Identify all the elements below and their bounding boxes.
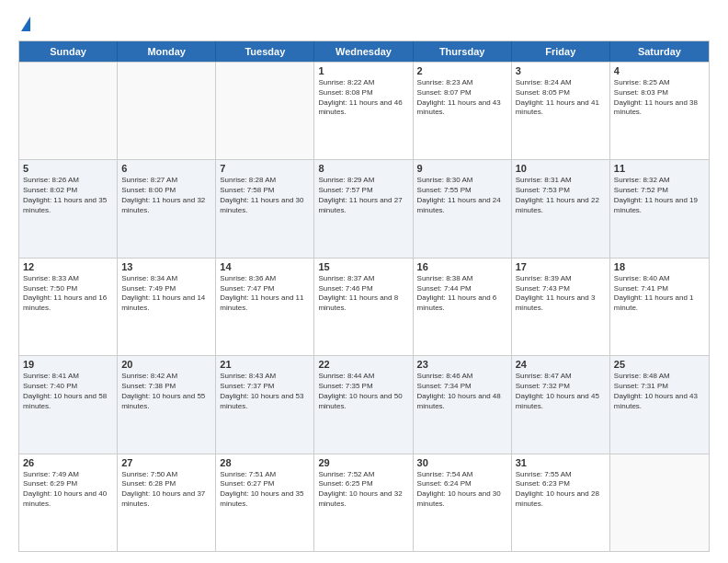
cell-date: 31 xyxy=(516,457,606,468)
cell-info: Sunrise: 8:40 AM Sunset: 7:41 PM Dayligh… xyxy=(614,274,705,314)
cell-info: Sunrise: 8:24 AM Sunset: 8:05 PM Dayligh… xyxy=(516,78,606,118)
calendar-cell: 3Sunrise: 8:24 AM Sunset: 8:05 PM Daylig… xyxy=(512,63,610,159)
cell-info: Sunrise: 8:33 AM Sunset: 7:50 PM Dayligh… xyxy=(23,274,113,314)
cell-info: Sunrise: 8:29 AM Sunset: 7:57 PM Dayligh… xyxy=(318,176,408,215)
calendar-cell: 24Sunrise: 8:47 AM Sunset: 7:32 PM Dayli… xyxy=(512,356,610,453)
calendar-cell: 20Sunrise: 8:42 AM Sunset: 7:38 PM Dayli… xyxy=(118,356,216,453)
cell-info: Sunrise: 8:44 AM Sunset: 7:35 PM Dayligh… xyxy=(318,372,408,411)
cell-date: 19 xyxy=(23,359,113,370)
calendar-cell xyxy=(216,63,314,159)
calendar-cell: 9Sunrise: 8:30 AM Sunset: 7:55 PM Daylig… xyxy=(414,160,512,257)
calendar-cell xyxy=(19,63,118,159)
calendar: SundayMondayTuesdayWednesdayThursdayFrid… xyxy=(18,40,710,552)
header-day-monday: Monday xyxy=(118,41,216,62)
calendar-cell: 1Sunrise: 8:22 AM Sunset: 8:08 PM Daylig… xyxy=(314,63,413,159)
cell-info: Sunrise: 8:31 AM Sunset: 7:53 PM Dayligh… xyxy=(516,176,606,215)
page: SundayMondayTuesdayWednesdayThursdayFrid… xyxy=(0,0,728,563)
calendar-cell: 27Sunrise: 7:50 AM Sunset: 6:28 PM Dayli… xyxy=(118,454,216,551)
cell-info: Sunrise: 7:50 AM Sunset: 6:28 PM Dayligh… xyxy=(121,470,211,510)
calendar-cell: 30Sunrise: 7:54 AM Sunset: 6:24 PM Dayli… xyxy=(414,454,512,551)
calendar-cell: 23Sunrise: 8:46 AM Sunset: 7:34 PM Dayli… xyxy=(414,356,512,453)
cell-date: 20 xyxy=(121,359,211,370)
cell-date: 30 xyxy=(417,457,507,468)
cell-info: Sunrise: 7:49 AM Sunset: 6:29 PM Dayligh… xyxy=(23,470,113,510)
cell-info: Sunrise: 8:25 AM Sunset: 8:03 PM Dayligh… xyxy=(614,78,705,118)
cell-date: 8 xyxy=(318,163,408,174)
cell-date: 26 xyxy=(23,457,113,468)
cell-info: Sunrise: 8:39 AM Sunset: 7:43 PM Dayligh… xyxy=(516,274,606,314)
cell-date: 4 xyxy=(614,65,705,76)
cell-info: Sunrise: 8:41 AM Sunset: 7:40 PM Dayligh… xyxy=(23,372,113,411)
cell-info: Sunrise: 8:23 AM Sunset: 8:07 PM Dayligh… xyxy=(417,78,507,118)
calendar-header: SundayMondayTuesdayWednesdayThursdayFrid… xyxy=(19,41,709,62)
cell-date: 2 xyxy=(417,65,507,76)
cell-info: Sunrise: 8:46 AM Sunset: 7:34 PM Dayligh… xyxy=(417,372,507,411)
header-day-thursday: Thursday xyxy=(414,41,512,62)
cell-date: 3 xyxy=(516,65,606,76)
calendar-cell: 17Sunrise: 8:39 AM Sunset: 7:43 PM Dayli… xyxy=(512,259,610,355)
calendar-cell: 12Sunrise: 8:33 AM Sunset: 7:50 PM Dayli… xyxy=(19,259,118,355)
header xyxy=(18,15,710,31)
cell-info: Sunrise: 8:47 AM Sunset: 7:32 PM Dayligh… xyxy=(516,372,606,411)
calendar-cell: 2Sunrise: 8:23 AM Sunset: 8:07 PM Daylig… xyxy=(414,63,512,159)
calendar-cell: 7Sunrise: 8:28 AM Sunset: 7:58 PM Daylig… xyxy=(216,160,314,257)
header-day-sunday: Sunday xyxy=(19,41,118,62)
cell-info: Sunrise: 8:38 AM Sunset: 7:44 PM Dayligh… xyxy=(417,274,507,314)
cell-date: 9 xyxy=(417,163,507,174)
header-day-tuesday: Tuesday xyxy=(216,41,314,62)
cell-date: 10 xyxy=(516,163,606,174)
cell-date: 29 xyxy=(318,457,408,468)
cell-date: 18 xyxy=(614,261,705,272)
cell-info: Sunrise: 8:37 AM Sunset: 7:46 PM Dayligh… xyxy=(318,274,408,314)
calendar-week-4: 19Sunrise: 8:41 AM Sunset: 7:40 PM Dayli… xyxy=(19,355,709,453)
calendar-cell: 31Sunrise: 7:55 AM Sunset: 6:23 PM Dayli… xyxy=(512,454,610,551)
calendar-cell: 22Sunrise: 8:44 AM Sunset: 7:35 PM Dayli… xyxy=(314,356,413,453)
cell-date: 13 xyxy=(121,261,211,272)
cell-date: 6 xyxy=(121,163,211,174)
calendar-week-5: 26Sunrise: 7:49 AM Sunset: 6:29 PM Dayli… xyxy=(19,454,709,551)
cell-date: 27 xyxy=(121,457,211,468)
calendar-cell: 13Sunrise: 8:34 AM Sunset: 7:49 PM Dayli… xyxy=(118,259,216,355)
calendar-cell: 28Sunrise: 7:51 AM Sunset: 6:27 PM Dayli… xyxy=(216,454,314,551)
calendar-cell: 11Sunrise: 8:32 AM Sunset: 7:52 PM Dayli… xyxy=(610,160,709,257)
header-day-friday: Friday xyxy=(512,41,610,62)
cell-date: 22 xyxy=(318,359,408,370)
cell-info: Sunrise: 8:42 AM Sunset: 7:38 PM Dayligh… xyxy=(121,372,211,411)
logo xyxy=(18,15,30,31)
cell-date: 17 xyxy=(516,261,606,272)
cell-info: Sunrise: 8:30 AM Sunset: 7:55 PM Dayligh… xyxy=(417,176,507,215)
calendar-cell: 8Sunrise: 8:29 AM Sunset: 7:57 PM Daylig… xyxy=(314,160,413,257)
calendar-cell: 4Sunrise: 8:25 AM Sunset: 8:03 PM Daylig… xyxy=(610,63,709,159)
cell-date: 28 xyxy=(220,457,310,468)
calendar-week-2: 5Sunrise: 8:26 AM Sunset: 8:02 PM Daylig… xyxy=(19,159,709,257)
cell-info: Sunrise: 7:52 AM Sunset: 6:25 PM Dayligh… xyxy=(318,470,408,510)
calendar-week-1: 1Sunrise: 8:22 AM Sunset: 8:08 PM Daylig… xyxy=(19,62,709,159)
cell-info: Sunrise: 7:55 AM Sunset: 6:23 PM Dayligh… xyxy=(516,470,606,510)
cell-info: Sunrise: 8:32 AM Sunset: 7:52 PM Dayligh… xyxy=(614,176,705,215)
cell-date: 5 xyxy=(23,163,113,174)
calendar-cell xyxy=(118,63,216,159)
header-day-saturday: Saturday xyxy=(610,41,709,62)
cell-date: 7 xyxy=(220,163,310,174)
calendar-cell: 18Sunrise: 8:40 AM Sunset: 7:41 PM Dayli… xyxy=(610,259,709,355)
cell-info: Sunrise: 8:48 AM Sunset: 7:31 PM Dayligh… xyxy=(614,372,705,411)
cell-info: Sunrise: 8:34 AM Sunset: 7:49 PM Dayligh… xyxy=(121,274,211,314)
cell-date: 15 xyxy=(318,261,408,272)
cell-info: Sunrise: 8:22 AM Sunset: 8:08 PM Dayligh… xyxy=(318,78,408,118)
calendar-cell: 16Sunrise: 8:38 AM Sunset: 7:44 PM Dayli… xyxy=(414,259,512,355)
cell-date: 25 xyxy=(614,359,705,370)
calendar-cell xyxy=(610,454,709,551)
calendar-cell: 26Sunrise: 7:49 AM Sunset: 6:29 PM Dayli… xyxy=(19,454,118,551)
calendar-cell: 21Sunrise: 8:43 AM Sunset: 7:37 PM Dayli… xyxy=(216,356,314,453)
calendar-cell: 19Sunrise: 8:41 AM Sunset: 7:40 PM Dayli… xyxy=(19,356,118,453)
calendar-body: 1Sunrise: 8:22 AM Sunset: 8:08 PM Daylig… xyxy=(19,62,709,551)
cell-date: 1 xyxy=(318,65,408,76)
cell-info: Sunrise: 8:26 AM Sunset: 8:02 PM Dayligh… xyxy=(23,176,113,215)
calendar-cell: 6Sunrise: 8:27 AM Sunset: 8:00 PM Daylig… xyxy=(118,160,216,257)
logo-icon xyxy=(21,17,30,31)
calendar-cell: 29Sunrise: 7:52 AM Sunset: 6:25 PM Dayli… xyxy=(314,454,413,551)
cell-date: 16 xyxy=(417,261,507,272)
calendar-cell: 5Sunrise: 8:26 AM Sunset: 8:02 PM Daylig… xyxy=(19,160,118,257)
calendar-cell: 25Sunrise: 8:48 AM Sunset: 7:31 PM Dayli… xyxy=(610,356,709,453)
cell-info: Sunrise: 7:51 AM Sunset: 6:27 PM Dayligh… xyxy=(220,470,310,510)
